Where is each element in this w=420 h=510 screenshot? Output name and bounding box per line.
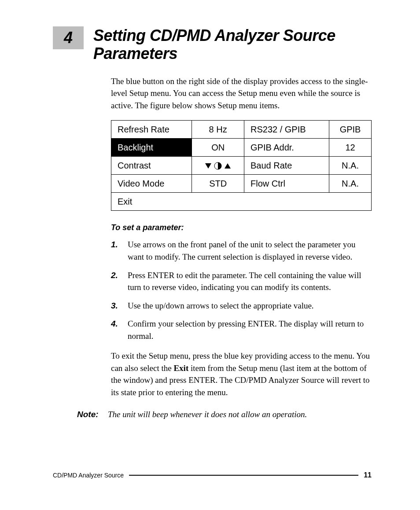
chapter-heading: 4 Setting CD/PMD Analyzer Source Paramet… xyxy=(53,26,372,63)
table-row: Refresh Rate8 HzRS232 / GPIBGPIB xyxy=(111,121,372,139)
table-row: ContrastBaud RateN.A. xyxy=(111,157,372,175)
note-label: Note: xyxy=(77,410,108,419)
param-label: RS232 / GPIB xyxy=(244,121,329,139)
setup-menu-table: Refresh Rate8 HzRS232 / GPIBGPIBBackligh… xyxy=(111,120,372,211)
note-block: Note: The unit will beep whenever it doe… xyxy=(77,410,372,419)
param-label: Video Mode xyxy=(111,175,192,193)
chapter-number-badge: 4 xyxy=(53,26,84,49)
param-value: GPIB xyxy=(329,121,372,139)
param-label: Backlight xyxy=(111,139,192,157)
param-value: ON xyxy=(192,139,244,157)
footer-rule xyxy=(129,475,358,476)
procedure-steps: 1.Use arrows on the front panel of the u… xyxy=(111,238,372,342)
table-row-exit: Exit xyxy=(111,193,372,211)
param-value: N.A. xyxy=(329,175,372,193)
table-row: Video ModeSTDFlow CtrlN.A. xyxy=(111,175,372,193)
step-text: Use arrows on the front panel of the uni… xyxy=(128,238,372,263)
exit-bold: Exit xyxy=(173,363,188,373)
svg-marker-3 xyxy=(225,163,231,169)
step-number: 3. xyxy=(111,300,128,312)
list-item: 1.Use arrows on the front panel of the u… xyxy=(111,238,372,263)
step-text: Use the up/down arrows to select the app… xyxy=(128,300,372,312)
list-item: 3.Use the up/down arrows to select the a… xyxy=(111,300,372,312)
note-text: The unit will beep whenever it does not … xyxy=(108,410,372,419)
param-value: N.A. xyxy=(329,157,372,175)
table-row: BacklightONGPIB Addr.12 xyxy=(111,139,372,157)
page-footer: CD/PMD Analyzer Source 11 xyxy=(53,471,372,479)
footer-doc-title: CD/PMD Analyzer Source xyxy=(53,472,129,479)
param-label: Baud Rate xyxy=(244,157,329,175)
exit-paragraph: To exit the Setup menu, press the blue k… xyxy=(111,350,372,398)
step-number: 1. xyxy=(111,238,128,263)
param-value: STD xyxy=(192,175,244,193)
procedure-heading: To set a parameter: xyxy=(111,223,372,232)
step-text: Press ENTER to edit the parameter. The c… xyxy=(128,269,372,294)
contrast-icons xyxy=(192,157,244,175)
step-number: 4. xyxy=(111,318,128,342)
param-value: 8 Hz xyxy=(192,121,244,139)
footer-page-number: 11 xyxy=(358,471,372,479)
param-label: Refresh Rate xyxy=(111,121,192,139)
param-label: Flow Ctrl xyxy=(244,175,329,193)
svg-marker-0 xyxy=(205,163,211,169)
list-item: 2.Press ENTER to edit the parameter. The… xyxy=(111,269,372,294)
intro-paragraph: The blue button on the right side of the… xyxy=(111,75,372,112)
chapter-title: Setting CD/PMD Analyzer Source Parameter… xyxy=(93,26,372,63)
param-label: Contrast xyxy=(111,157,192,175)
step-text: Confirm your selection by pressing ENTER… xyxy=(128,318,372,342)
param-value: 12 xyxy=(329,139,372,157)
exit-cell: Exit xyxy=(111,193,372,211)
list-item: 4.Confirm your selection by pressing ENT… xyxy=(111,318,372,342)
param-label: GPIB Addr. xyxy=(244,139,329,157)
step-number: 2. xyxy=(111,269,128,294)
